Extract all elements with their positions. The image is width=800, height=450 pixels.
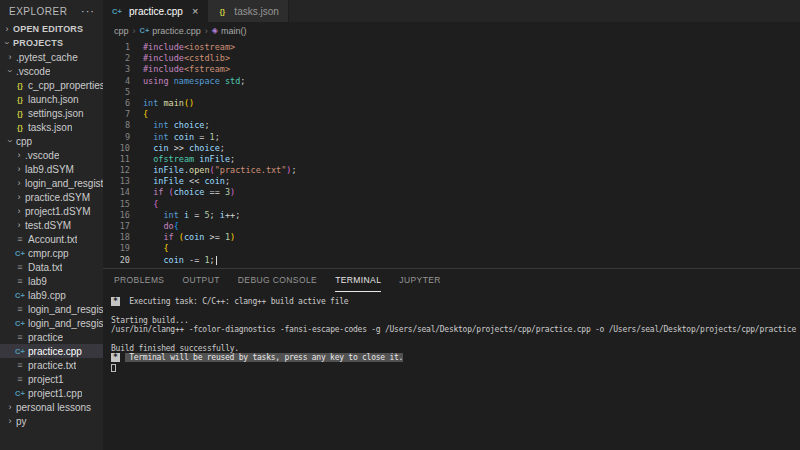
tree-item-test-dsym[interactable]: ›test.dSYM <box>0 218 103 232</box>
code-line-20[interactable]: 20 coin -= 1; <box>103 255 800 266</box>
chevron-right-icon: › <box>15 150 23 160</box>
code-line-18[interactable]: 18 if (coin >= 1) <box>103 232 800 243</box>
code-token: coin <box>204 176 224 186</box>
code-line-11[interactable]: 11 ofstream inFile; <box>103 154 800 165</box>
tree-item-practice-txt[interactable]: ≡practice.txt <box>0 358 103 372</box>
code-line-12[interactable]: 12 inFile.open("practice.txt"); <box>103 165 800 176</box>
line-number[interactable]: 9 <box>103 132 130 143</box>
tree-item-lab9-cpp[interactable]: C+lab9.cpp <box>0 288 103 302</box>
panel-tab-debug-console[interactable]: DEBUG CONSOLE <box>238 269 317 292</box>
code-line-14[interactable]: 14 if (choice == 3) <box>103 187 800 198</box>
tree-item-label: project1.cpp <box>28 388 82 399</box>
line-number[interactable]: 15 <box>103 199 130 210</box>
line-number[interactable]: 1 <box>103 42 130 53</box>
code-line-2[interactable]: 2#include<cstdlib> <box>103 53 800 64</box>
terminal-line: * Executing task: C/C++: clang++ build a… <box>111 297 800 306</box>
code-line-4[interactable]: 4using namespace std; <box>103 76 800 87</box>
cpp-file-icon: C+ <box>15 249 25 258</box>
line-number[interactable]: 6 <box>103 98 130 109</box>
tree-item-project1-cpp[interactable]: C+project1.cpp <box>0 386 103 400</box>
line-number[interactable]: 19 <box>103 243 130 254</box>
line-number[interactable]: 18 <box>103 232 130 243</box>
code-line-6[interactable]: 6int main() <box>103 98 800 109</box>
breadcrumb-item-cpp[interactable]: cpp <box>114 26 129 36</box>
tree-item-practice-cpp[interactable]: C+practice.cpp <box>0 344 103 358</box>
section-open-editors[interactable]: › OPEN EDITORS <box>0 22 103 36</box>
tree-item-personal-lessons[interactable]: ›personal lessons <box>0 400 103 414</box>
line-number[interactable]: 17 <box>103 221 130 232</box>
panel-tab-output[interactable]: OUTPUT <box>182 269 219 292</box>
panel-tab-terminal[interactable]: TERMINAL <box>335 269 381 292</box>
code-token: std <box>225 76 240 86</box>
code-editor[interactable]: 1#include<iostream>2#include<cstdlib>3#i… <box>103 39 800 268</box>
line-number[interactable]: 3 <box>103 64 130 75</box>
section-projects[interactable]: › PROJECTS <box>0 36 103 50</box>
tab-tasks-json[interactable]: {}tasks.json <box>208 0 288 22</box>
chevron-right-icon: › <box>3 24 11 34</box>
line-number[interactable]: 12 <box>103 165 130 176</box>
breadcrumb-item-main-[interactable]: ◈main() <box>212 26 247 36</box>
tree-item-launch-json[interactable]: {}launch.json <box>0 92 103 106</box>
tree-item-lab9-dsym[interactable]: ›lab9.dSYM <box>0 162 103 176</box>
line-number[interactable]: 20 <box>103 255 130 266</box>
terminal-line: Build finished successfully. <box>111 344 800 353</box>
line-number[interactable]: 2 <box>103 53 130 64</box>
code-line-16[interactable]: 16 int i = 5; i++; <box>103 210 800 221</box>
explorer-more-actions-icon[interactable]: ··· <box>81 5 95 17</box>
chevron-right-icon: › <box>15 164 23 174</box>
tree-item-login-and-resgista-[interactable]: ›login_and_resgista... <box>0 176 103 190</box>
code-token: >> <box>169 143 189 153</box>
panel-tab-problems[interactable]: PROBLEMS <box>114 269 164 292</box>
tree-item-cpp[interactable]: ›cpp <box>0 134 103 148</box>
tree-item-practice[interactable]: ≡practice <box>0 330 103 344</box>
code-token: open <box>189 165 209 175</box>
line-number[interactable]: 5 <box>103 87 130 98</box>
close-icon[interactable]: × <box>192 5 198 17</box>
code-line-10[interactable]: 10 cin >> choice; <box>103 143 800 154</box>
panel-tab-jupyter[interactable]: JUPYTER <box>399 269 441 292</box>
tree-item--vscode[interactable]: ›.vscode <box>0 148 103 162</box>
line-number[interactable]: 11 <box>103 154 130 165</box>
code-line-17[interactable]: 17 do{ <box>103 221 800 232</box>
tree-item-label: cpp <box>16 136 32 147</box>
code-line-8[interactable]: 8 int choice; <box>103 120 800 131</box>
code-line-7[interactable]: 7{ <box>103 109 800 120</box>
code-token: int <box>143 98 163 108</box>
tree-item-settings-json[interactable]: {}settings.json <box>0 106 103 120</box>
line-number[interactable]: 7 <box>103 109 130 120</box>
code-token: coin <box>184 232 204 242</box>
terminal[interactable]: * Executing task: C/C++: clang++ build a… <box>103 292 800 450</box>
tree-item-tasks-json[interactable]: {}tasks.json <box>0 120 103 134</box>
tree-item-c-cpp-properties-j-[interactable]: {}c_cpp_properties.j... <box>0 78 103 92</box>
tree-item-login-and-resgista-[interactable]: ≡login_and_resgista... <box>0 302 103 316</box>
tree-item-data-txt[interactable]: ≡Data.txt <box>0 260 103 274</box>
tree-item-account-txt[interactable]: ≡Account.txt <box>0 232 103 246</box>
code-line-15[interactable]: 15 { <box>103 199 800 210</box>
tree-item-cmpr-cpp[interactable]: C+cmpr.cpp <box>0 246 103 260</box>
code-line-3[interactable]: 3#include<fstream> <box>103 64 800 75</box>
line-number[interactable]: 13 <box>103 176 130 187</box>
line-number[interactable]: 4 <box>103 76 130 87</box>
code-line-19[interactable]: 19 { <box>103 243 800 254</box>
code-line-1[interactable]: 1#include<iostream> <box>103 42 800 53</box>
tree-item--pytest-cache[interactable]: ›.pytest_cache <box>0 50 103 64</box>
tree-item-py[interactable]: ›py <box>0 414 103 428</box>
tree-item-practice-dsym[interactable]: ›practice.dSYM <box>0 190 103 204</box>
code-line-9[interactable]: 9 int coin = 1; <box>103 132 800 143</box>
tree-item-login-and-resgista-[interactable]: C+login_and_resgista... <box>0 316 103 330</box>
plain-file-icon: ≡ <box>15 276 25 286</box>
code-line-5[interactable]: 5 <box>103 87 800 98</box>
line-number[interactable]: 10 <box>103 143 130 154</box>
tree-item--vscode[interactable]: ›.vscode <box>0 64 103 78</box>
text-cursor <box>216 256 217 265</box>
line-number[interactable]: 14 <box>103 187 130 198</box>
code-line-13[interactable]: 13 inFile << coin; <box>103 176 800 187</box>
tree-item-project1[interactable]: ≡project1 <box>0 372 103 386</box>
tree-item-project1-dsym[interactable]: ›project1.dSYM <box>0 204 103 218</box>
line-number[interactable]: 8 <box>103 120 130 131</box>
chevron-right-icon: › <box>6 402 14 412</box>
tree-item-lab9[interactable]: ≡lab9 <box>0 274 103 288</box>
breadcrumb-item-practice-cpp[interactable]: C+practice.cpp <box>140 26 201 36</box>
tab-practice-cpp[interactable]: C+practice.cpp× <box>103 0 208 22</box>
line-number[interactable]: 16 <box>103 210 130 221</box>
